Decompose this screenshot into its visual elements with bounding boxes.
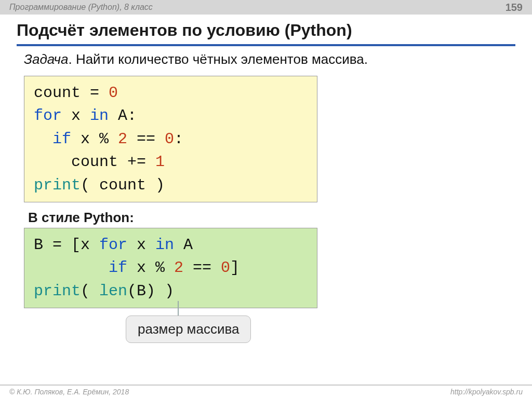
code-line: print( count ) (34, 174, 308, 197)
callout-wrap: размер массива (126, 315, 515, 343)
code-line: if x % 2 == 0: (34, 128, 308, 150)
copyright: © К.Ю. Поляков, Е.А. Ерёмин, 2018 (9, 388, 129, 396)
task-text: . Найти количество чётных элементов масс… (68, 51, 368, 67)
footer-url: http://kpolyakov.spb.ru (450, 388, 523, 396)
code-line: if x % 2 == 0] (34, 256, 308, 279)
slide-body: Подсчёт элементов по условию (Python) За… (0, 15, 532, 343)
course-title: Программирование (Python), 8 класс (9, 3, 153, 12)
slide-title: Подсчёт элементов по условию (Python) (17, 21, 515, 46)
slide-footer: © К.Ю. Поляков, Е.А. Ерёмин, 2018 http:/… (0, 385, 532, 398)
code-line: print( len(B) ) (34, 280, 308, 303)
python-style-heading: В стиле Python: (28, 210, 515, 226)
code-line: B = [x for x in A (34, 234, 308, 256)
code-block-pythonic: B = [x for x in A if x % 2 == 0] print( … (24, 228, 317, 308)
code-line: count = 0 (34, 81, 308, 104)
code-line: count += 1 (34, 150, 308, 173)
callout-connector (178, 301, 179, 315)
callout-label: размер массива (126, 315, 251, 343)
slide-header: Программирование (Python), 8 класс 159 (0, 0, 532, 15)
task-label: Задача (24, 51, 68, 67)
code-line: for x in A: (34, 104, 308, 127)
code-block-traditional: count = 0 for x in A: if x % 2 == 0: cou… (24, 76, 317, 202)
task-statement: Задача. Найти количество чётных элементо… (24, 51, 515, 67)
page-number: 159 (506, 2, 523, 13)
